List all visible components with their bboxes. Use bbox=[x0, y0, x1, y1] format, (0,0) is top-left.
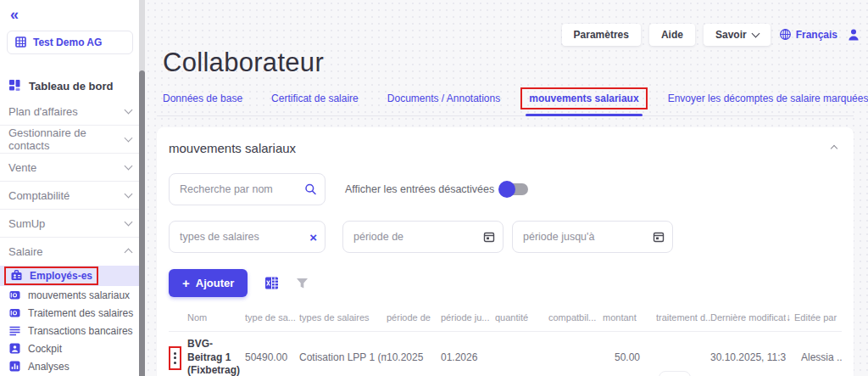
sidebar-item-mouvements-salariaux[interactable]: mouvements salariaux bbox=[0, 286, 145, 304]
cockpit-person-icon bbox=[8, 342, 22, 356]
scrollbar-thumb[interactable] bbox=[139, 70, 145, 376]
clear-filter-icon[interactable]: × bbox=[309, 231, 317, 244]
building-icon bbox=[14, 36, 28, 49]
sidebar-item-label: Transactions bancaires bbox=[28, 325, 133, 337]
excel-export-icon[interactable] bbox=[264, 276, 279, 290]
calendar-icon[interactable] bbox=[653, 231, 665, 243]
table-row[interactable]: BVG-Beitrag 1 (Fixbetrag) 50490.00 Cotis… bbox=[169, 331, 842, 376]
toggle-knob bbox=[498, 181, 515, 198]
company-selector[interactable]: Test Demo AG bbox=[7, 31, 133, 54]
search-icon[interactable] bbox=[304, 183, 317, 196]
analytics-chart-icon bbox=[8, 360, 22, 373]
add-button[interactable]: + Ajouter bbox=[169, 269, 248, 297]
search-row: Afficher les entrées désactivées bbox=[169, 173, 842, 205]
sort-descending-icon[interactable]: ↓ bbox=[786, 311, 791, 323]
sidebar-item-cockpit[interactable]: Cockpit bbox=[0, 340, 145, 357]
page-title: Collaborateur bbox=[163, 48, 324, 78]
chevron-up-icon bbox=[125, 249, 133, 257]
column-header-editee-par[interactable]: ↓ Editée par bbox=[786, 311, 842, 323]
savoir-label: Savoir bbox=[715, 29, 747, 41]
sidebar-item-label: Vente bbox=[8, 161, 36, 174]
annotation-box-row-menu bbox=[169, 346, 181, 370]
aide-button[interactable]: Aide bbox=[649, 24, 695, 46]
sidebar-item-sumup[interactable]: SumUp bbox=[0, 210, 145, 236]
sidebar-item-traitement-salaires[interactable]: Traitement des salaires bbox=[0, 304, 145, 322]
filter-funnel-icon[interactable] bbox=[296, 278, 309, 289]
filter-row: × bbox=[169, 221, 842, 253]
tab-certificat-de-salaire[interactable]: Certificat de salaire bbox=[271, 93, 359, 104]
table-header: Nom type de sa... types de salaires péri… bbox=[169, 311, 842, 323]
salaire-submenu: Employés-es mouvements salariaux Traitem… bbox=[0, 266, 145, 375]
parametres-button[interactable]: Paramètres bbox=[562, 24, 641, 46]
divider bbox=[0, 181, 145, 182]
column-header[interactable]: compatbil... bbox=[548, 312, 603, 323]
tab-donnees-de-base[interactable]: Données de base bbox=[163, 93, 242, 104]
user-profile-icon[interactable] bbox=[846, 27, 861, 42]
company-name: Test Demo AG bbox=[33, 36, 102, 48]
column-header[interactable]: période ju... bbox=[441, 312, 495, 323]
sidebar-item-plan-affaires[interactable]: Plan d'affaires bbox=[0, 98, 145, 124]
column-header[interactable]: traitement d... bbox=[656, 312, 710, 323]
savoir-dropdown[interactable]: Savoir bbox=[704, 24, 771, 46]
sidebar-item-gestionnaire-contacts[interactable]: Gestionnaire de contacts bbox=[0, 126, 145, 152]
types-de-salaires-filter: × bbox=[169, 221, 326, 253]
panel-header: mouvements salariaux bbox=[169, 139, 842, 155]
row-kebab-menu-icon[interactable] bbox=[174, 352, 176, 364]
collapse-panel-icon[interactable] bbox=[831, 144, 837, 151]
sidebar-item-label: Gestionnaire de contacts bbox=[8, 126, 125, 152]
sidebar-scrollbar[interactable] bbox=[139, 0, 145, 376]
cell-types-de-salaires: Cotisation LPP 1 (mo... bbox=[299, 351, 387, 363]
tab-documents-annotations[interactable]: Documents / Annotations bbox=[387, 93, 500, 104]
sidebar-item-transactions-bancaires[interactable]: Transactions bancaires bbox=[0, 322, 145, 340]
salary-movements-icon bbox=[8, 289, 22, 302]
sidebar-item-label: Plan d'affaires bbox=[8, 105, 78, 118]
sidebar-item-employes[interactable]: Employés-es bbox=[0, 266, 145, 286]
cell-derniere-modification: 30.10.2025, 11:32:29 bbox=[710, 351, 786, 363]
sidebar-item-salaire[interactable]: Salaire bbox=[0, 239, 145, 264]
search-field bbox=[169, 173, 326, 205]
language-label: Français bbox=[796, 29, 837, 41]
sidebar-item-label: Traitement des salaires bbox=[28, 307, 133, 319]
sidebar-item-comptabilite[interactable]: Comptabilité bbox=[0, 182, 145, 208]
column-header[interactable]: période de bbox=[387, 312, 441, 323]
pagination-control[interactable] bbox=[659, 371, 691, 376]
types-de-salaires-input[interactable] bbox=[170, 222, 325, 252]
column-header[interactable]: type de sa... bbox=[245, 312, 299, 323]
column-header[interactable]: Nom bbox=[187, 312, 245, 323]
language-selector[interactable]: Français bbox=[779, 28, 837, 42]
cell-nom: BVG-Beitrag 1 (Fixbetrag) bbox=[187, 338, 245, 376]
column-header[interactable]: types de salaires bbox=[299, 312, 387, 323]
sidebar-item-label: SumUp bbox=[8, 217, 45, 230]
sidebar-item-label: Tableau de bord bbox=[29, 80, 113, 93]
parametres-label: Paramètres bbox=[574, 29, 629, 41]
divider bbox=[0, 125, 145, 126]
divider bbox=[0, 209, 145, 210]
periode-jusqua-filter bbox=[512, 221, 673, 253]
annotation-box-active-tab: mouvements salariaux bbox=[520, 87, 647, 109]
sidebar-nav: Tableau de bord Plan d'affaires Gestionn… bbox=[0, 73, 145, 376]
column-header[interactable]: Dernière modificati... bbox=[710, 312, 786, 323]
sidebar-collapse-button[interactable]: « bbox=[0, 0, 145, 22]
show-disabled-toggle[interactable] bbox=[501, 183, 528, 195]
salary-processing-icon bbox=[8, 306, 22, 320]
sidebar-item-vente[interactable]: Vente bbox=[0, 154, 145, 180]
employee-badge-icon bbox=[10, 269, 24, 283]
divider bbox=[0, 153, 145, 154]
sidebar-item-label: Employés-es bbox=[30, 270, 92, 282]
search-input[interactable] bbox=[170, 174, 325, 205]
main-content: Paramètres Aide Savoir Français Collabor… bbox=[145, 0, 868, 376]
calendar-icon[interactable] bbox=[483, 231, 495, 243]
column-header[interactable]: quantité bbox=[495, 312, 548, 323]
column-header[interactable]: montant bbox=[603, 312, 656, 323]
periode-jusqua-input[interactable] bbox=[513, 222, 672, 252]
panel-title: mouvements salariaux bbox=[169, 141, 296, 155]
header-actions: Paramètres Aide Savoir Français bbox=[562, 24, 861, 46]
cell-periode-de: 10.2025 bbox=[387, 351, 441, 363]
sidebar-item-tableau-de-bord[interactable]: Tableau de bord bbox=[0, 73, 145, 98]
periode-de-input[interactable] bbox=[343, 222, 503, 252]
sidebar-item-analyses[interactable]: Analyses bbox=[0, 357, 145, 375]
tab-mouvements-salariaux[interactable]: mouvements salariaux bbox=[529, 93, 638, 104]
sidebar-item-label: Salaire bbox=[8, 245, 42, 258]
cell-editee-par: Alessia ... bbox=[786, 351, 842, 363]
tab-envoyer-decomptes[interactable]: Envoyer les décomptes de salaire marquée… bbox=[668, 93, 868, 104]
